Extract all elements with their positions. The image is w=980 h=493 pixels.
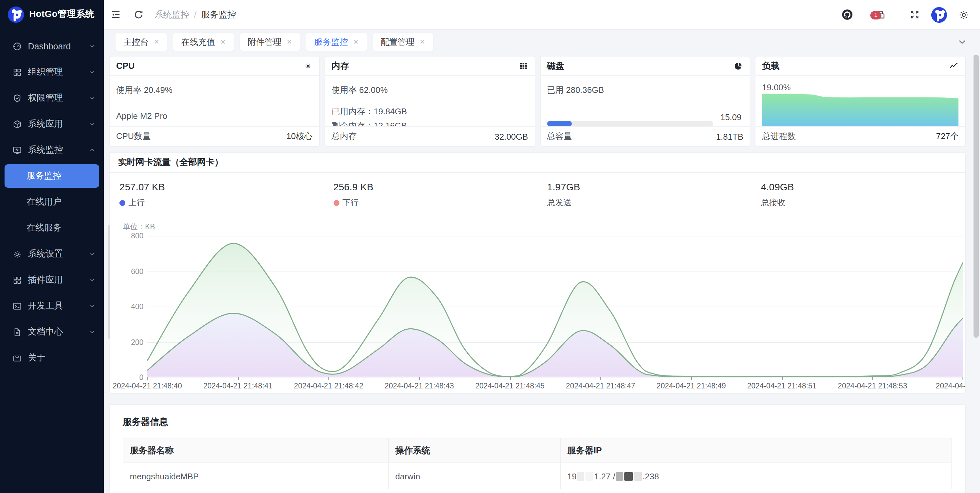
x-tick-label: 2024-04-21 21:48:45 [476, 382, 545, 390]
breadcrumb-current[interactable]: 服务监控 [201, 9, 236, 21]
chevron-down-icon [89, 95, 95, 101]
stat-value: 4.09GB [761, 181, 965, 192]
sidebar-item-service-monitor[interactable]: 服务监控 [5, 164, 99, 188]
sidebar-item-label: 权限管理 [28, 92, 89, 104]
close-icon[interactable]: ✕ [353, 38, 359, 45]
sidebar-item-label: 组织管理 [28, 66, 89, 78]
load-footer-value: 727个 [936, 131, 959, 142]
monitor-chart-icon [12, 145, 22, 155]
chevron-down-icon [89, 69, 95, 75]
sidebar-item-dashboard[interactable]: Dashboard [0, 33, 104, 59]
x-tick [691, 377, 692, 380]
sidebar-item-system-settings[interactable]: 系统设置 [0, 241, 104, 267]
sidebar-item-label: 关于 [28, 352, 95, 364]
table-header-row: 服务器名称 操作系统 服务器IP [123, 439, 951, 463]
app-logo[interactable]: HotGo管理系统 [0, 0, 104, 29]
chevron-up-icon [89, 147, 95, 153]
cell-server-ip: 191.27 / .238 [561, 463, 951, 489]
breadcrumb-parent[interactable]: 系统监控 [154, 9, 189, 21]
chart-y-axis: 0200400600800 [110, 236, 143, 377]
memory-card: 内存 使用率 62.00% 已用内存：19.84GB 剩余内存：12.16GB … [325, 56, 535, 147]
cpu-chip-icon [303, 61, 313, 71]
load-card: 负载 19.00% [755, 56, 966, 147]
downstream-legend-dot [333, 200, 339, 206]
network-traffic-card: 实时网卡流量（全部网卡） 257.07 KB 上行 256.9 KB 下行 1.… [109, 152, 966, 394]
disk-progress-fill [547, 121, 572, 126]
tab-service-monitor[interactable]: 服务监控 ✕ [306, 33, 366, 51]
close-icon[interactable]: ✕ [420, 38, 425, 45]
top-header: 系统监控 / 服务监控 1 [104, 0, 980, 30]
chevron-down-icon [89, 329, 95, 335]
stat-label: 总发送 [547, 198, 571, 209]
sidebar-item-permission[interactable]: 权限管理 [0, 85, 104, 111]
ip-redaction-block [586, 472, 593, 480]
tab-online-recharge[interactable]: 在线充值 ✕ [173, 33, 234, 51]
github-icon[interactable] [841, 8, 853, 21]
sidebar-item-docs[interactable]: 文档中心 [0, 319, 104, 345]
load-card-title: 负载 [762, 60, 780, 72]
network-chart-plot [147, 236, 963, 377]
cell-server-name: mengshuaideMBP [123, 463, 389, 489]
network-stats-row: 257.07 KB 上行 256.9 KB 下行 1.97GB 总发送 4.09… [110, 181, 965, 209]
y-tick-label: 400 [131, 303, 143, 311]
tab-label: 在线充值 [181, 36, 215, 48]
disk-footer-label: 总容量 [547, 131, 572, 142]
fullscreen-icon[interactable] [909, 9, 920, 20]
shield-check-icon [12, 93, 22, 103]
tab-attachments[interactable]: 附件管理 ✕ [240, 33, 300, 51]
memory-footer-label: 总内存 [332, 131, 357, 142]
sidebar-item-online-users[interactable]: 在线用户 [0, 189, 104, 215]
koala-logo-icon [8, 6, 24, 22]
avatar[interactable] [931, 7, 947, 22]
menu-collapse-icon[interactable] [110, 9, 121, 20]
sidebar-item-dev-tools[interactable]: 开发工具 [0, 293, 104, 319]
sidebar-item-label: 服务监控 [27, 170, 62, 182]
x-tick [601, 377, 601, 380]
memory-card-title: 内存 [332, 60, 349, 72]
ip-redaction-block [577, 472, 584, 480]
x-tick-label: 2024-04-21 21:48:42 [294, 382, 363, 390]
settings-gear-icon[interactable] [958, 9, 970, 21]
sidebar-item-label: Dashboard [28, 41, 89, 51]
chart-x-axis: 2024-04-21 21:48:402024-04-21 21:48:4120… [147, 377, 963, 392]
breadcrumb-separator: / [194, 10, 197, 19]
cpu-card-title: CPU [116, 61, 135, 71]
sidebar-item-plugins[interactable]: 插件应用 [0, 267, 104, 293]
x-tick-label: 2024-04-21 21:48:43 [385, 382, 454, 390]
sidebar-item-about[interactable]: 关于 [0, 345, 104, 371]
sidebar-item-system-monitor[interactable]: 系统监控 [0, 137, 104, 163]
cpu-usage: 使用率 20.49% [116, 85, 313, 96]
tab-bar: 主控台 ✕ 在线充值 ✕ 附件管理 ✕ 服务监控 ✕ 配置管理 ✕ [104, 30, 980, 54]
sidebar-item-org[interactable]: 组织管理 [0, 59, 104, 85]
stat-value: 1.97GB [547, 181, 751, 192]
sidebar-item-online-services[interactable]: 在线服务 [0, 215, 104, 241]
tab-config[interactable]: 配置管理 ✕ [373, 33, 433, 51]
ip-redaction-block [634, 472, 642, 480]
table-row: mengshuaideMBP darwin 191.27 / .238 [123, 463, 951, 489]
close-icon[interactable]: ✕ [220, 38, 226, 45]
refresh-icon[interactable] [133, 9, 144, 20]
column-header-ip: 服务器IP [561, 439, 951, 463]
gear-icon [12, 249, 22, 259]
disk-card: 磁盘 已用 280.36GB 15.09 % 总容量 [540, 56, 751, 147]
disk-card-title: 磁盘 [547, 60, 564, 72]
tab-label: 配置管理 [381, 36, 414, 48]
sidebar: HotGo管理系统 Dashboard 组织管理 权限管理 系统应用 [0, 0, 104, 493]
tab-list-chevron-icon[interactable] [957, 37, 967, 47]
stat-label: 总接收 [761, 198, 785, 209]
stat-label: 下行 [342, 198, 359, 209]
page-content: CPU 使用率 20.49% Apple M2 Pro CPU数量 10核心 内… [104, 54, 980, 493]
memory-grid-icon [518, 61, 528, 71]
inner-scrollbar-thumb[interactable] [108, 225, 110, 339]
tab-dashboard[interactable]: 主控台 ✕ [116, 33, 167, 51]
close-icon[interactable]: ✕ [154, 38, 159, 45]
page-scrollbar-thumb[interactable] [974, 54, 979, 338]
sidebar-item-label: 在线用户 [27, 196, 62, 208]
x-tick-label: 2024-04-21 21:4 [936, 382, 966, 390]
header-actions: 1 [841, 7, 970, 22]
x-tick [510, 377, 511, 380]
x-tick [782, 377, 783, 380]
sidebar-item-system-app[interactable]: 系统应用 [0, 111, 104, 137]
close-icon[interactable]: ✕ [287, 38, 293, 45]
column-header-name: 服务器名称 [123, 439, 389, 463]
